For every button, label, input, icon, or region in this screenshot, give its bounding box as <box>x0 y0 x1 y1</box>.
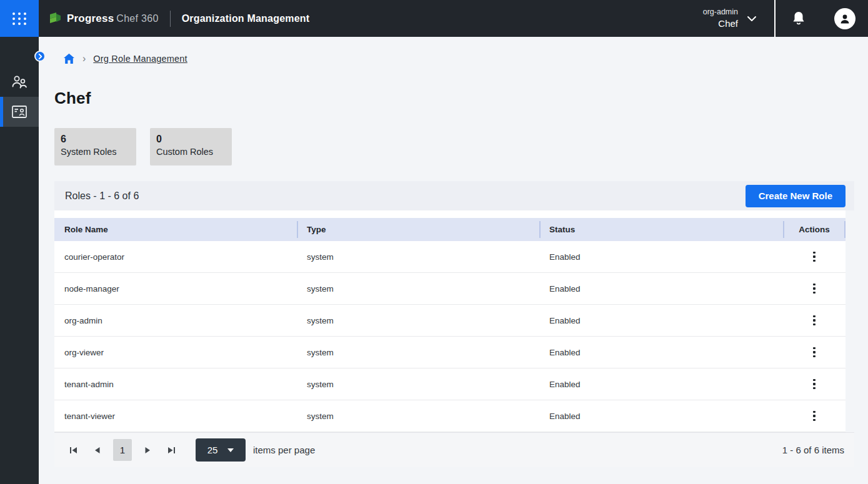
kebab-menu-icon <box>813 252 816 254</box>
next-page-icon <box>144 447 151 454</box>
cell-type: system <box>297 316 539 325</box>
stat-value: 6 <box>61 134 130 145</box>
items-per-page-label: items per page <box>253 445 315 455</box>
table-row[interactable]: org-admin system Enabled <box>54 305 846 337</box>
table-row[interactable]: tenant-admin system Enabled <box>54 368 846 400</box>
chevron-down-icon <box>747 16 757 22</box>
sidebar-spacer <box>0 37 39 67</box>
cell-actions <box>783 312 846 329</box>
kebab-menu-icon <box>813 379 816 382</box>
breadcrumb-chevron-icon: › <box>82 54 86 64</box>
notifications-button[interactable] <box>776 11 822 27</box>
cell-role-name: tenant-admin <box>54 380 297 389</box>
cell-status: Enabled <box>539 348 783 357</box>
main-content: › Org Role Management Chef 6 System Role… <box>39 37 868 484</box>
user-org-label: Chef <box>703 17 738 30</box>
row-actions-menu-button[interactable] <box>806 375 823 393</box>
cell-role-name: node-manager <box>54 284 297 294</box>
cell-status: Enabled <box>539 380 783 389</box>
column-header-role-name[interactable]: Role Name <box>54 218 297 241</box>
sidebar-item-users[interactable] <box>0 67 39 97</box>
bell-icon <box>791 11 806 27</box>
chevron-right-icon <box>37 54 43 59</box>
pagination-bar: 1 25 items per page 1 - 6 <box>54 432 854 467</box>
cell-actions <box>783 248 846 265</box>
sidebar-item-roles[interactable] <box>0 97 39 127</box>
row-actions-menu-button[interactable] <box>806 407 823 425</box>
next-page-button[interactable] <box>137 440 158 461</box>
pagination-range-label: 1 - 6 of 6 items <box>782 445 844 455</box>
cell-type: system <box>297 380 539 389</box>
previous-page-button[interactable] <box>87 440 108 461</box>
dropdown-caret-icon <box>227 448 234 452</box>
cell-actions <box>783 375 846 393</box>
cell-role-name: org-admin <box>54 316 297 325</box>
first-page-icon <box>69 447 78 454</box>
topbar: Progress Chef 360 Organization Managemen… <box>0 0 868 37</box>
users-icon <box>11 74 28 90</box>
row-actions-menu-button[interactable] <box>806 312 823 329</box>
page-size-dropdown[interactable]: 25 <box>196 438 246 462</box>
stat-card-system-roles: 6 System Roles <box>54 128 136 165</box>
sidebar-expand-button[interactable] <box>34 51 46 62</box>
column-header-actions: Actions <box>783 218 846 241</box>
brand-primary: Progress <box>67 12 114 25</box>
stat-value: 0 <box>156 134 226 145</box>
user-role-label: org-admin <box>703 7 738 17</box>
table-row[interactable]: org-viewer system Enabled <box>54 337 846 368</box>
table-row[interactable]: node-manager system Enabled <box>54 273 846 305</box>
breadcrumb: › Org Role Management <box>54 52 868 66</box>
stat-label: System Roles <box>61 147 130 157</box>
topbar-right: org-admin Chef <box>703 0 868 37</box>
avatar-icon <box>834 8 856 29</box>
table-title: Roles - 1 - 6 of 6 <box>65 190 139 202</box>
cell-role-name: tenant-viewer <box>54 412 297 421</box>
user-menu[interactable]: org-admin Chef <box>703 7 757 30</box>
home-icon[interactable] <box>63 53 75 64</box>
roles-panel: Roles - 1 - 6 of 6 Create New Role Role … <box>54 181 854 467</box>
kebab-menu-icon <box>813 315 816 318</box>
id-card-icon <box>11 104 28 119</box>
cell-type: system <box>297 412 539 421</box>
current-page-button[interactable]: 1 <box>113 439 132 461</box>
cell-status: Enabled <box>539 284 783 294</box>
cell-role-name: org-viewer <box>54 348 297 357</box>
cell-actions <box>783 343 846 361</box>
last-page-icon <box>167 447 176 454</box>
table-toolbar: Roles - 1 - 6 of 6 Create New Role <box>54 181 854 210</box>
row-actions-menu-button[interactable] <box>806 280 823 297</box>
create-new-role-button[interactable]: Create New Role <box>746 185 846 207</box>
table-body: courier-operator system Enabled node-man… <box>54 241 846 432</box>
row-actions-menu-button[interactable] <box>806 343 823 361</box>
app-launcher-button[interactable] <box>0 0 39 37</box>
table-row[interactable]: courier-operator system Enabled <box>54 241 846 273</box>
page-size-value: 25 <box>207 445 218 455</box>
stat-label: Custom Roles <box>156 147 226 157</box>
cell-role-name: courier-operator <box>54 252 297 262</box>
page-title: Chef <box>54 89 868 108</box>
table-header-row: Role Name Type Status Actions <box>54 218 846 241</box>
cell-type: system <box>297 284 539 294</box>
kebab-menu-icon <box>813 411 816 413</box>
last-page-button[interactable] <box>161 440 182 461</box>
first-page-button[interactable] <box>63 440 84 461</box>
grid-gap <box>54 210 846 218</box>
stat-card-custom-roles: 0 Custom Roles <box>150 128 232 165</box>
grid-dots-icon <box>12 12 27 25</box>
profile-button[interactable] <box>822 8 868 29</box>
cell-status: Enabled <box>539 252 783 262</box>
kebab-menu-icon <box>813 284 816 286</box>
row-actions-menu-button[interactable] <box>806 248 823 265</box>
app-title: Organization Management <box>182 13 310 24</box>
column-header-status[interactable]: Status <box>539 218 783 241</box>
cell-type: system <box>297 348 539 357</box>
column-header-type[interactable]: Type <box>297 218 539 241</box>
stat-cards: 6 System Roles 0 Custom Roles <box>54 128 868 165</box>
previous-page-icon <box>94 447 101 454</box>
breadcrumb-link-org-role-management[interactable]: Org Role Management <box>93 54 187 64</box>
cell-actions <box>783 280 846 297</box>
table-row[interactable]: tenant-viewer system Enabled <box>54 400 846 432</box>
roles-table: Role Name Type Status Actions courier-op… <box>54 218 846 432</box>
progress-chevron-icon <box>49 12 62 25</box>
kebab-menu-icon <box>813 347 816 350</box>
